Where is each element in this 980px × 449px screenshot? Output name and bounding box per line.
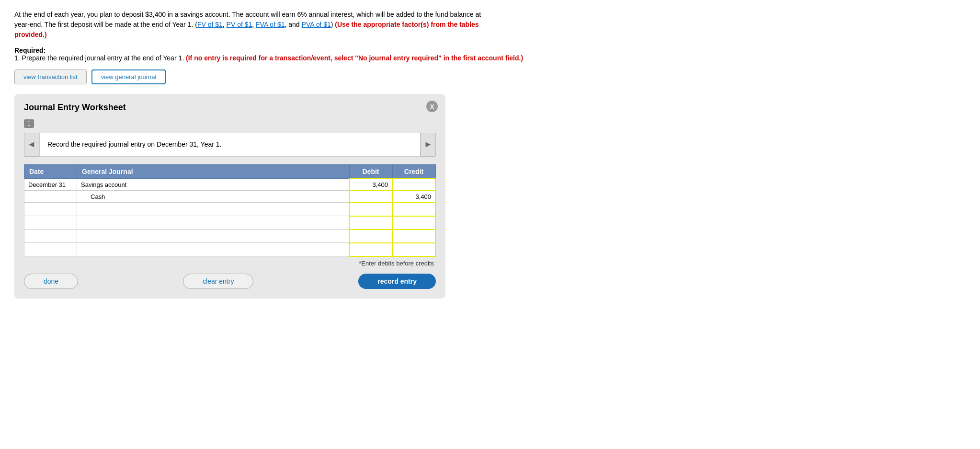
row4-date (24, 216, 77, 230)
step-badge: 1 (24, 119, 34, 128)
nav-left-arrow[interactable]: ◄ (24, 133, 39, 157)
row3-date (24, 203, 77, 216)
row1-date: December 31 (24, 179, 77, 191)
required-label: Required: (14, 46, 46, 54)
row2-date (24, 191, 77, 203)
row6-debit[interactable] (349, 243, 392, 256)
clear-entry-button[interactable]: clear entry (183, 274, 253, 289)
required-note: (If no entry is required for a transacti… (186, 54, 523, 62)
instruction-box: ◄ Record the required journal entry on D… (24, 133, 436, 157)
enter-note: *Enter debits before credits (24, 260, 436, 267)
row6-credit[interactable] (392, 243, 435, 256)
done-button[interactable]: done (24, 274, 78, 289)
journal-table: Date General Journal Debit Credit Decemb… (24, 164, 436, 257)
table-row (24, 243, 436, 256)
journal-entry-worksheet: Journal Entry Worksheet X 1 ◄ Record the… (14, 94, 445, 299)
required-item: 1. Prepare the required journal entry at… (14, 54, 184, 62)
row5-debit[interactable] (349, 230, 392, 243)
header-credit: Credit (392, 164, 435, 179)
row6-account[interactable] (77, 243, 350, 256)
fva-link[interactable]: FVA of $1 (256, 21, 285, 28)
close-button[interactable]: X (426, 101, 438, 112)
header-general-journal: General Journal (77, 164, 350, 179)
table-row: Cash 3,400 (24, 191, 436, 203)
fv-link[interactable]: FV of $1 (197, 21, 223, 28)
problem-text: At the end of each year, you plan to dep… (14, 10, 484, 40)
view-transaction-list-button[interactable]: view transaction list (14, 69, 87, 84)
required-section: Required: 1. Prepare the required journa… (14, 46, 966, 62)
row3-account[interactable] (77, 203, 350, 216)
instruction-text: Record the required journal entry on Dec… (39, 133, 421, 157)
pv-link[interactable]: PV of $1 (227, 21, 252, 28)
record-entry-button[interactable]: record entry (358, 274, 436, 289)
row5-date (24, 230, 77, 243)
pva-link[interactable]: PVA of $1 (302, 21, 331, 28)
action-buttons-row: view transaction list view general journ… (14, 69, 966, 84)
row1-debit[interactable]: 3,400 (349, 179, 392, 191)
row6-date (24, 243, 77, 256)
row4-account[interactable] (77, 216, 350, 230)
row1-credit[interactable] (392, 179, 435, 191)
row2-account[interactable]: Cash (77, 191, 350, 203)
table-row (24, 203, 436, 216)
table-row (24, 216, 436, 230)
worksheet-title: Journal Entry Worksheet (24, 103, 436, 113)
table-row: December 31 Savings account 3,400 (24, 179, 436, 191)
header-debit: Debit (349, 164, 392, 179)
row3-credit[interactable] (392, 203, 435, 216)
row2-credit[interactable]: 3,400 (392, 191, 435, 203)
table-row (24, 230, 436, 243)
row3-debit[interactable] (349, 203, 392, 216)
row5-account[interactable] (77, 230, 350, 243)
row5-credit[interactable] (392, 230, 435, 243)
row4-credit[interactable] (392, 216, 435, 230)
row2-debit[interactable] (349, 191, 392, 203)
view-general-journal-button[interactable]: view general journal (91, 69, 166, 84)
row1-account[interactable]: Savings account (77, 179, 350, 191)
row4-debit[interactable] (349, 216, 392, 230)
bottom-buttons-row: done clear entry record entry (24, 274, 436, 289)
nav-right-arrow[interactable]: ► (421, 133, 436, 157)
header-date: Date (24, 164, 77, 179)
